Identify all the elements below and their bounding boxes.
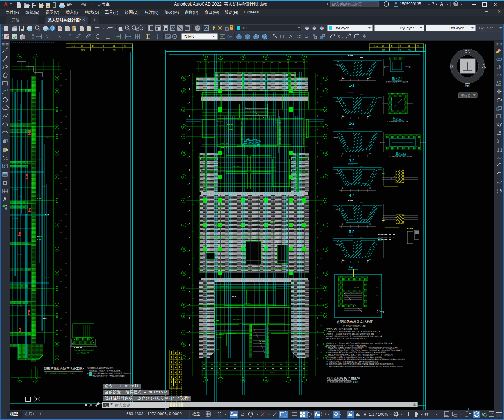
svg-text:水: 水 — [408, 45, 410, 47]
svg-text:3: 3 — [242, 378, 244, 381]
svg-text:H: H — [56, 248, 58, 251]
svg-text:1: 1 — [204, 56, 206, 59]
svg-text:L: L — [56, 176, 58, 178]
svg-text:ByColor: ByColor — [479, 26, 493, 30]
svg-text:5. 全部钢筋砼保护层厚度要求: (墙体), 下层受力钢筋(: 5. 全部钢筋砼保护层厚度要求: (墙体), 下层受力钢筋(含二层) 按图集 4… — [326, 349, 403, 351]
svg-text:钢筋式配筋率及砼强度施工说明:: 钢筋式配筋率及砼强度施工说明: — [87, 367, 114, 369]
svg-text:±: ± — [127, 26, 128, 29]
svg-text:2: 2 — [220, 378, 221, 381]
svg-text:P: P — [325, 125, 327, 128]
svg-text:2: 2 — [220, 56, 221, 59]
svg-text:建: 建 — [382, 45, 384, 47]
svg-text:D: D — [56, 314, 58, 317]
svg-text:G: G — [56, 272, 58, 275]
svg-text:J: J — [183, 223, 184, 227]
svg-text:ByLayer: ByLayer — [449, 26, 464, 30]
svg-text:DIMN: DIMN — [184, 35, 194, 39]
svg-text:经济: 经济 — [408, 49, 412, 51]
svg-text:结: 结 — [399, 45, 401, 47]
svg-text:P: P — [183, 125, 185, 128]
svg-text:土方回填夯实振捣密实部大样: 土方回填夯实振捣密实部大样 — [72, 349, 94, 351]
svg-text:N: N — [325, 135, 327, 138]
svg-text:小数: 小数 — [420, 412, 429, 417]
svg-text:6. 临空墙钢筋砼保护层做法及锚固长度要求详见图集 4G10: 6. 临空墙钢筋砼保护层做法及锚固长度要求详见图集 4G101-3 第26页做法… — [326, 351, 386, 354]
svg-text:4: 4 — [265, 378, 267, 381]
svg-text:60: 60 — [342, 223, 343, 225]
svg-text:6: 6 — [380, 142, 381, 144]
svg-text:4-4: 4-4 — [349, 193, 355, 198]
svg-text:A: A — [183, 356, 185, 359]
svg-text:未命名: 未命名 — [461, 93, 471, 97]
svg-text:H: H — [183, 248, 185, 251]
svg-text:R: R — [183, 89, 185, 92]
svg-text:经济: 经济 — [113, 49, 117, 51]
svg-text:Q: Q — [325, 108, 327, 111]
svg-text:G: G — [183, 272, 185, 275]
svg-text:M: M — [56, 152, 58, 155]
svg-text:S: S — [325, 77, 327, 80]
svg-text:暖通: 暖通 — [382, 48, 386, 51]
svg-text:注: 集水坑结构详图参见地下室大样图: 注: 集水坑结构详图参见地下室大样图 — [386, 81, 409, 83]
svg-text:4: 4 — [412, 103, 414, 105]
svg-text:合 签: 合 签 — [71, 45, 75, 47]
svg-text:1. 材料: 垫层上: 钢筋混凝土: 强度等级: C35 ;: 1. 材料: 垫层上: 钢筋混凝土: 强度等级: C35 ; 地下室外墙防水加掺… — [326, 331, 381, 333]
svg-text:6-6: 6-6 — [349, 265, 355, 269]
svg-text:集水坑3: 集水坑3 — [396, 152, 406, 155]
svg-text:2-2: 2-2 — [349, 121, 355, 126]
svg-text:水: 水 — [113, 45, 115, 47]
svg-text:结: 结 — [103, 45, 104, 47]
svg-text:注: 图中未注明墙体均为-1.80米: 注: 图中未注明墙体均为-1.80米 — [343, 325, 367, 327]
svg-text:ByLayer: ByLayer — [335, 26, 349, 30]
svg-text:4: 4 — [382, 103, 384, 105]
svg-text:D: D — [378, 311, 380, 313]
svg-text:1: 1 — [204, 378, 206, 381]
svg-text:西: 西 — [449, 63, 454, 69]
svg-text:电: 电 — [103, 49, 104, 51]
svg-text:D: D — [183, 314, 185, 317]
svg-text:6: 6 — [19, 379, 21, 382]
svg-text:建: 建 — [390, 45, 392, 47]
svg-text:8. 定位钢筋砼结构梁配筋及钢筋砼锚固做法要求 4G101-: 8. 定位钢筋砼结构梁配筋及钢筋砼锚固做法要求 4G101-3 第1页 做法说明… — [326, 356, 382, 358]
svg-text:3. JZL 钢筋锚固长度不小于22倍钢筋直径锚固连接.: 3. JZL 钢筋锚固长度不小于22倍钢筋直径锚固连接. — [87, 375, 125, 377]
svg-text:E: E — [325, 304, 327, 307]
svg-text:6: 6 — [303, 378, 305, 381]
svg-text:1-1: 1-1 — [349, 83, 355, 88]
svg-text:60: 60 — [342, 115, 343, 117]
svg-text:S: S — [56, 77, 58, 80]
svg-text:C15垫层: C15垫层 — [334, 243, 340, 246]
svg-text:L: L — [183, 175, 185, 178]
svg-text:1:100: 1:100 — [77, 368, 84, 371]
svg-text:6: 6 — [19, 55, 21, 58]
svg-text:2: 2 — [409, 66, 411, 68]
svg-text:5-5: 5-5 — [349, 229, 355, 234]
svg-text:J: J — [56, 224, 58, 227]
svg-text:F: F — [325, 287, 326, 290]
svg-text:A: A — [3, 197, 7, 202]
svg-text:Q: Q — [183, 108, 185, 111]
svg-text:J: J — [325, 223, 326, 227]
svg-text:60: 60 — [342, 77, 343, 79]
svg-text:建: 建 — [92, 45, 94, 47]
svg-text:7. 钢筋搭接锚固, 机械连接做法, 现浇主体结构中钢筋连接: 7. 钢筋搭接锚固, 机械连接做法, 现浇主体结构中钢筋连接按图 4G101-2… — [326, 354, 393, 356]
svg-text:筏形基础纵向浇平法施工图: 筏形基础纵向浇平法施工图 — [44, 367, 82, 370]
svg-text:60: 60 — [342, 152, 343, 154]
svg-text:6: 6 — [425, 142, 426, 144]
svg-text:M: M — [183, 152, 185, 155]
svg-text:C15垫层: C15垫层 — [334, 172, 340, 174]
svg-text:具体做法见说明: 具体做法见说明 — [77, 352, 89, 354]
svg-text:暖通: 暖通 — [81, 48, 85, 51]
svg-text:6: 6 — [303, 56, 305, 59]
svg-text:东: 东 — [482, 63, 486, 69]
svg-text:0.1: 0.1 — [166, 35, 170, 38]
svg-text:C: C — [183, 331, 185, 334]
svg-text:F: F — [56, 287, 58, 290]
svg-text:集水坑1: 集水坑1 — [392, 77, 402, 80]
svg-text:3: 3 — [242, 56, 244, 59]
svg-text:G: G — [325, 272, 327, 275]
svg-text:D: D — [325, 314, 327, 317]
svg-text:60: 60 — [369, 115, 371, 117]
svg-text:C: C — [56, 331, 58, 334]
svg-text:1:100: 1:100 — [353, 377, 360, 380]
svg-text:上: 上 — [463, 62, 472, 72]
svg-text:合 签: 合 签 — [374, 45, 378, 47]
